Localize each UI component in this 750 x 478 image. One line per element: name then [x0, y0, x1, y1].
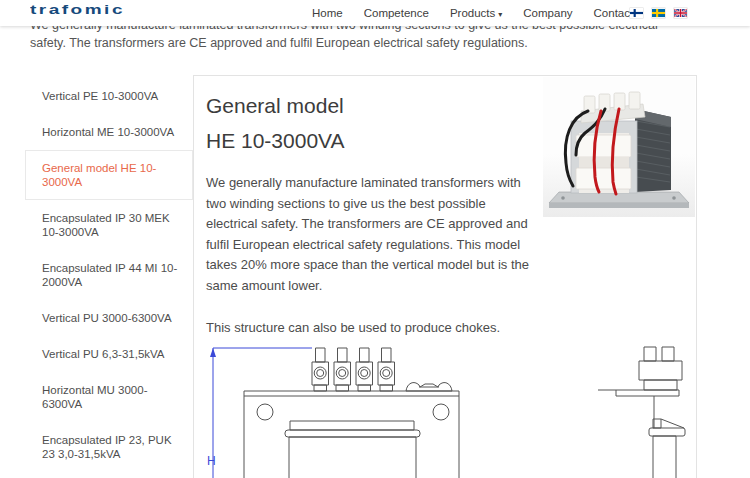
dimension-label-h: H — [207, 454, 216, 468]
sidebar-item-vertical-pu-3000[interactable]: Vertical PU 3000-6300VA — [25, 300, 193, 336]
header-bar: Trafomic Home Competence Products▾ Compa… — [0, 0, 750, 26]
uk-flag-icon[interactable] — [674, 8, 687, 18]
side-view-drawing — [598, 347, 685, 478]
content-card: General model HE 10-3000VA We generally … — [193, 75, 697, 478]
dimension-line-h: H — [207, 348, 312, 478]
transformer-product-photo — [543, 77, 695, 217]
sidebar-item-vertical-pu-63[interactable]: Vertical PU 6,3-31,5kVA — [25, 336, 193, 372]
nav-item-contact[interactable]: Contact — [594, 7, 634, 19]
sidebar-item-encapsulated-ip23[interactable]: Encapsulated IP 23, PUK 23 3,0-31,5kVA — [25, 422, 193, 472]
sidebar-item-vertical-pe[interactable]: Vertical PE 10-3000VA — [25, 78, 193, 114]
nav-item-home[interactable]: Home — [312, 7, 343, 19]
finnish-flag-icon[interactable] — [630, 8, 643, 18]
chevron-down-icon: ▾ — [498, 10, 502, 19]
logo[interactable]: Trafomic — [30, 2, 125, 18]
chokes-paragraph: This structure can also be used to produ… — [206, 318, 533, 339]
nav-item-products[interactable]: Products▾ — [450, 7, 502, 19]
sidebar-item-encapsulated-ip30[interactable]: Encapsulated IP 30 MEK 10-3000VA — [25, 200, 193, 250]
nav-item-products-label: Products — [450, 7, 495, 19]
sidebar-item-horizontal-me[interactable]: Horizontal ME 10-3000VA — [25, 114, 193, 150]
front-view-drawing — [244, 348, 459, 478]
nav-item-company[interactable]: Company — [523, 7, 572, 19]
swedish-flag-icon[interactable] — [652, 8, 665, 18]
main-nav: Home Competence Products▾ Company Contac… — [312, 0, 633, 26]
language-switcher — [630, 0, 687, 26]
sidebar-item-horizontal-mu[interactable]: Horizontal MU 3000-6300VA — [25, 372, 193, 422]
sidebar-item-vertical-ip54[interactable]: Vertical IP 54, PUK 54 3,0-31,5 kVA — [25, 472, 193, 478]
product-sidebar: Vertical PE 10-3000VA Horizontal ME 10-3… — [25, 78, 193, 478]
sidebar-item-general-he[interactable]: General model HE 10-3000VA — [25, 150, 193, 200]
sidebar-item-encapsulated-ip44[interactable]: Encapsulated IP 44 MI 10-2000VA — [25, 250, 193, 300]
description-paragraph: We generally manufacture laminated trans… — [206, 173, 533, 296]
technical-drawing: H — [206, 345, 698, 478]
nav-item-competence[interactable]: Competence — [364, 7, 429, 19]
